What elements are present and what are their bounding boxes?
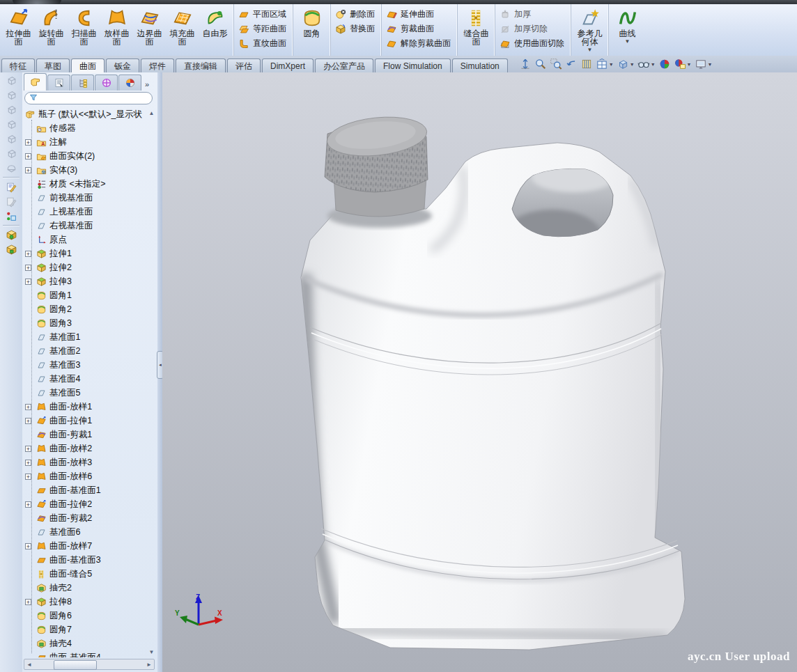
tree-item[interactable]: 前视基准面 [22, 191, 149, 205]
tree-item[interactable]: 基准面5 [22, 386, 149, 400]
tree-item[interactable]: 曲面-缝合5 [22, 567, 149, 581]
tree-item[interactable]: +拉伸2 [22, 260, 149, 274]
edit-appearance-icon[interactable] [658, 57, 672, 71]
extend-surface-button[interactable]: 延伸曲面 [384, 7, 438, 22]
scroll-right-arrow[interactable]: ► [144, 662, 154, 668]
tree-item[interactable]: 原点 [22, 233, 149, 247]
lofted-surface-button[interactable]: 放样曲 面 [100, 6, 133, 53]
tree-item[interactable]: 圆角6 [22, 609, 149, 623]
expand-icon[interactable]: + [25, 446, 31, 452]
featuremanager-tab[interactable] [24, 73, 47, 91]
thicken-cut-button[interactable]: 加厚切除 [497, 22, 552, 36]
view-settings-icon[interactable]: ▼ [694, 57, 713, 71]
tree-item[interactable]: 曲面-基准面1 [22, 483, 149, 497]
zoom-area-icon[interactable] [549, 57, 563, 71]
tab-sheet-metal[interactable]: 钣金 [106, 58, 139, 72]
tab-features[interactable]: 特征 [1, 58, 35, 72]
expand-icon[interactable]: + [25, 474, 31, 480]
filled-surface-button[interactable]: 填充曲 面 [166, 6, 199, 53]
model-canvas[interactable] [162, 72, 797, 672]
tree-item[interactable]: +A注解 [22, 135, 149, 149]
tree-item[interactable]: 曲面-剪裁1 [22, 428, 149, 442]
tree-item[interactable]: 抽壳2 [22, 581, 149, 595]
configurationmanager-tab[interactable] [71, 75, 94, 91]
dropdown-arrow-icon[interactable]: ▼ [708, 62, 713, 67]
boundary-surface-button[interactable]: 边界曲 面 [133, 6, 166, 53]
tab-sketch[interactable]: 草图 [36, 58, 70, 72]
tree-item[interactable]: +实体(3) [22, 163, 149, 177]
tab-surfaces[interactable]: 曲面 [71, 58, 105, 72]
scroll-thumb[interactable] [54, 660, 97, 670]
expand-icon[interactable]: + [25, 139, 31, 146]
tree-filter[interactable] [24, 92, 153, 104]
tree-item[interactable]: 曲面-基准面4 [22, 650, 149, 657]
tab-simulation[interactable]: Simulation [452, 58, 508, 72]
sketch-icon[interactable] [3, 180, 20, 194]
swept-surface-button[interactable]: 扫描曲 面 [68, 6, 100, 53]
tree-item[interactable]: 曲面-基准面3 [22, 553, 149, 567]
tree-item[interactable]: +曲面-拉伸2 [22, 497, 149, 511]
dropdown-arrow-icon[interactable]: ▼ [687, 62, 692, 67]
jug-model[interactable] [301, 113, 685, 650]
previous-view-icon[interactable] [564, 57, 578, 71]
tree-item[interactable]: +拉伸8 [22, 595, 149, 609]
delete-face-button[interactable]: 删除面 [333, 7, 379, 22]
expand-icon[interactable]: + [25, 418, 31, 424]
reference-geometry-button[interactable]: 参考几 何体▼ [573, 6, 606, 53]
fillet-button[interactable]: 圆角 [295, 6, 328, 53]
tab-dimxpert[interactable]: DimXpert [262, 58, 314, 72]
tree-item[interactable]: +曲面-放样2 [22, 442, 149, 455]
extruded-surface-button[interactable]: 拉伸曲 面 [2, 6, 35, 53]
surface-tool-2-icon[interactable] [3, 242, 20, 256]
view-orientation-icon[interactable]: ▼ [595, 57, 614, 71]
ruled-surface-button[interactable]: 直纹曲面 [236, 36, 291, 51]
tree-item[interactable]: +曲面-放样7 [22, 539, 149, 553]
displaymanager-tab[interactable] [118, 75, 141, 91]
tab-office-products[interactable]: 办公室产品 [315, 58, 373, 72]
knit-surface-button[interactable]: 缝合曲 面 [460, 6, 493, 53]
tree-root-item[interactable]: 瓶子 (默认<<默认>_显示状 [22, 107, 149, 121]
expand-icon[interactable]: + [25, 599, 31, 605]
hide-show-items-icon[interactable]: ▼ [637, 57, 656, 71]
reference-axes-icon[interactable] [3, 209, 20, 223]
revolved-surface-button[interactable]: 旋转曲 面 [35, 6, 68, 53]
tree-item[interactable]: +曲面-放样1 [22, 400, 149, 414]
scroll-track[interactable] [34, 660, 144, 669]
tree-item[interactable]: 圆角7 [22, 623, 149, 636]
expand-icon[interactable]: + [25, 153, 31, 159]
expand-icon[interactable]: + [25, 167, 31, 173]
tree-item[interactable]: 传感器 [22, 121, 149, 135]
replace-face-button[interactable]: 替换面 [333, 22, 379, 36]
tree-item[interactable]: 曲面-剪裁2 [22, 511, 149, 525]
tree-item[interactable]: 圆角2 [22, 302, 149, 316]
tree-horizontal-scrollbar[interactable]: ◄ ► [24, 659, 155, 670]
apply-scene-icon[interactable]: ▼ [673, 57, 692, 71]
tree-item[interactable]: 基准面4 [22, 372, 149, 386]
expand-icon[interactable]: + [25, 543, 31, 549]
tree-item[interactable]: 抽壳4 [22, 636, 149, 650]
tree-item[interactable]: 基准面6 [22, 525, 149, 539]
freeform-button[interactable]: 自由形 [199, 6, 231, 53]
expand-icon[interactable]: + [25, 251, 31, 257]
propertymanager-tab[interactable] [47, 75, 70, 91]
untrim-surface-button[interactable]: 解除剪裁曲面 [384, 36, 455, 51]
zoom-fit-icon[interactable] [534, 57, 548, 71]
dropdown-arrow-icon[interactable]: ▼ [630, 62, 635, 67]
tree-item[interactable]: +拉伸3 [22, 274, 149, 288]
graphics-viewport[interactable]: Z X Y ayc.cn User upload [162, 72, 797, 672]
offset-surface-button[interactable]: 等距曲面 [236, 22, 291, 36]
tree-item[interactable]: +曲面实体(2) [22, 149, 149, 163]
dropdown-arrow-icon[interactable]: ▼ [651, 62, 656, 67]
tree-item[interactable]: +曲面-拉伸1 [22, 414, 149, 428]
panel-tabs-overflow[interactable]: » [145, 80, 149, 91]
display-style-icon[interactable]: ▼ [616, 57, 635, 71]
trim-surface-button[interactable]: 剪裁曲面 [384, 22, 438, 36]
tab-evaluate[interactable]: 评估 [227, 58, 261, 72]
tree-item[interactable]: 右视基准面 [22, 219, 149, 233]
dropdown-arrow-icon[interactable]: ▼ [609, 62, 614, 67]
planar-surface-button[interactable]: 平面区域 [236, 7, 291, 22]
expand-icon[interactable]: + [25, 265, 31, 271]
tree-item[interactable]: 基准面2 [22, 344, 149, 358]
dropdown-arrow-icon[interactable]: ▼ [587, 47, 593, 53]
tree-item[interactable]: 圆角3 [22, 316, 149, 330]
